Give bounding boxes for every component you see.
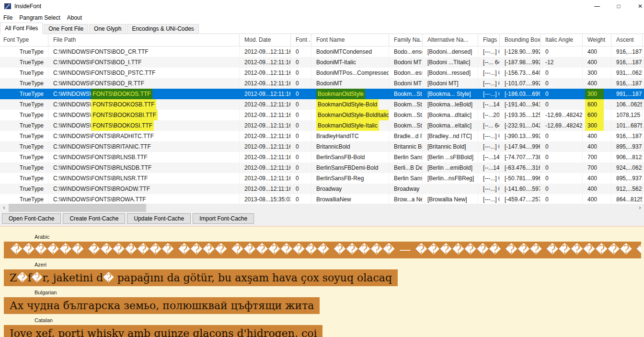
cell-weight: 300 [583, 68, 611, 78]
cell-font-type: TrueType [0, 68, 48, 78]
table-row[interactable]: TrueTypeC:\WINDOWS\FONTS\BRADHITC.TTF201… [0, 131, 644, 141]
cell-bounding-box: [-63.476....316406] [500, 163, 540, 173]
column-header-file-path[interactable]: File Path [48, 34, 240, 46]
cell-font-type: TrueType [0, 194, 48, 204]
table-row[interactable]: TrueTypeC:\WINDOWS\FONTS\BROADW.TTF2012-… [0, 184, 644, 194]
menu-item-file[interactable]: File [0, 12, 16, 23]
cell-font-name: Broadway [311, 184, 389, 194]
name-highlight: BookmanOldStyle-Bold [316, 99, 379, 110]
table-row[interactable]: TrueTypeC:\WINDOWS\FONTS\BOOKOSB.TTF2012… [0, 99, 644, 110]
column-header-ascent[interactable]: Ascent [611, 34, 643, 46]
pangram-section-azeri: AzeriZ�f�r, jaketini d� papağını da götü… [0, 261, 644, 286]
replacement-glyph: � [559, 243, 571, 256]
pangram-section-catalan: CatalanJove xef, porti whisky amb quinze… [0, 317, 644, 337]
button-open-font-cache[interactable]: Open Font-Cache [2, 213, 61, 224]
replacement-glyph: � [191, 243, 203, 256]
cell-italic-angle: 0 [540, 184, 583, 194]
maximize-button[interactable]: □ [615, 0, 622, 12]
pangram-panel: Arabic������ ������� ���� �������� �����… [0, 226, 644, 337]
table-row[interactable]: TrueTypeC:\WINDOWS\FONTS\BROWA.TTF2013-0… [0, 194, 644, 204]
close-button[interactable]: ✕ [637, 0, 644, 12]
table-row[interactable]: TrueTypeC:\WINDOWS\FONTS\BOD_CR.TTF2012-… [0, 46, 644, 57]
cell-weight: 400 [583, 131, 611, 141]
table-row[interactable]: TrueTypeC:\WINDOWS\FONTS\BRITANIC.TTF201… [0, 141, 644, 152]
button-create-font-cache[interactable]: Create Font-Cache [63, 213, 125, 224]
table-row[interactable]: TrueTypeC:\WINDOWS\FONTS\BRLNSDB.TTF2012… [0, 163, 644, 173]
column-header-font-type[interactable]: Font Type [0, 34, 48, 46]
replacement-glyph: � [231, 243, 244, 256]
name-highlight: BookmanOldStyle [316, 89, 365, 99]
cell-flags: [--... 64 [478, 120, 500, 131]
table-row[interactable]: TrueTypeC:\WINDOWS\FONTS\BOD_I.TTF2012-0… [0, 57, 644, 68]
cell-ascent: 991,...1875 [611, 89, 643, 99]
button-update-font-cache[interactable]: Update Font-Cache [127, 213, 191, 224]
replacement-glyph: � [293, 243, 305, 256]
cell-alternative-name: [Bodoni MT] [423, 78, 478, 89]
replacement-glyph: � [596, 243, 608, 256]
minimize-button[interactable]: — [594, 0, 600, 12]
column-header-alternative-na[interactable]: Alternative Na... [423, 34, 478, 46]
pangram-language-label: Arabic [34, 233, 644, 240]
replacement-glyph: � [358, 243, 371, 256]
column-header-bounding-box[interactable]: Bounding Box [500, 34, 540, 46]
replacement-glyph: � [178, 243, 191, 256]
cell-italic-angle: 0 [540, 68, 583, 78]
column-header-family-na[interactable]: Family Na... [389, 34, 423, 46]
table-header: Font TypeFile PathMod. DateFont ...Font … [0, 34, 644, 46]
cell-font-type: TrueType [0, 152, 48, 163]
cell-family-name: Britannic Bold [389, 141, 423, 152]
path-highlight: FONTS\BOOKOSB.TTF [91, 99, 156, 110]
tab-encodings-uni-codes[interactable]: Encodings & UNi-Codes [127, 24, 198, 34]
replacement-glyph: � [150, 243, 162, 256]
cell-bounding-box: [-147.94....996094] [500, 141, 540, 152]
tab-one-font-file[interactable]: One Font File [44, 24, 88, 34]
cell-weight: 400 [583, 194, 611, 204]
menu-item-pangram-select[interactable]: Pangram Select [16, 12, 63, 23]
horizontal-scrollbar[interactable]: ‹ › [0, 204, 644, 212]
column-header-weight[interactable]: Weight [583, 34, 611, 46]
table-row-selected[interactable]: TrueTypeC:\WINDOWS\FONTS\BOOKOS.TTF2012-… [0, 89, 644, 99]
path-highlight: FONTS\BOOKOSBI.TTF [91, 110, 158, 120]
tab-one-glyph[interactable]: One Glyph [89, 24, 126, 34]
cell-ascent: 916,...1875 [611, 78, 643, 89]
column-header-italic-angle[interactable]: Italic Angle [540, 34, 583, 46]
table-row[interactable]: TrueTypeC:\WINDOWS\FONTS\BOOKOSBI.TTF201… [0, 110, 644, 120]
menu-item-about[interactable]: About [64, 12, 85, 23]
table-row[interactable]: TrueTypeC:\WINDOWS\FONTS\BOD_R.TTF2012-0… [0, 78, 644, 89]
cell-family-name: Bodon...essed [389, 68, 423, 78]
table-row[interactable]: TrueTypeC:\WINDOWS\FONTS\BRLNSR.TTF2012-… [0, 173, 644, 184]
tab-all-font-files[interactable]: All Font Files [0, 23, 43, 34]
cell-family-name: Bookm...Style [389, 110, 423, 120]
column-header-font[interactable]: Font ... [291, 34, 311, 46]
cell-mod-date: 2012-09...12:11:16 [240, 68, 291, 78]
cell-font-name: BerlinSansFB-Reg [311, 173, 389, 184]
cell-alternative-name: [Britannic Bold] [423, 141, 478, 152]
replacement-glyph: � [125, 243, 138, 256]
replacement-glyph: � [138, 243, 150, 256]
scroll-left-arrow-icon[interactable]: ‹ [0, 204, 8, 212]
cell-ascent: 916,...1875 [611, 57, 643, 68]
replacement-glyph: � [101, 243, 113, 256]
scrollbar-thumb[interactable] [9, 204, 146, 212]
cell-file-path: C:\WINDOWS\FONTS\BRITANIC.TTF [48, 141, 240, 152]
cell-font-name: BradleyHandITC [311, 131, 389, 141]
cell-font-name: BerlinSansFBDemi-Bold [311, 163, 389, 173]
replacement-glyph: � [35, 243, 47, 256]
replacement-glyph: � [489, 243, 502, 256]
cell-bounding-box: [-459.47....257813] [500, 194, 540, 204]
cell-family-name: Bookm...Style [389, 89, 423, 99]
cell-weight: 700 [583, 163, 611, 173]
table-row[interactable]: TrueTypeC:\WINDOWS\FONTS\BOOKOSI.TTF2012… [0, 120, 644, 131]
column-header-font-name[interactable]: Font Name [311, 34, 389, 46]
replacement-glyph: � [17, 272, 28, 284]
scroll-right-arrow-icon[interactable]: › [636, 204, 644, 212]
table-row[interactable]: TrueTypeC:\WINDOWS\FONTS\BRLNSB.TTF2012-… [0, 152, 644, 163]
table-row[interactable]: TrueTypeC:\WINDOWS\FONTS\BOD_PSTC.TTF201… [0, 68, 644, 78]
cell-flags: [---...] 0 [478, 184, 500, 194]
replacement-glyph: � [452, 243, 465, 256]
column-header-mod-date[interactable]: Mod. Date [240, 34, 291, 46]
button-import-font-cache[interactable]: Import Font-Cache [193, 213, 254, 224]
column-header-flags[interactable]: Flags [478, 34, 500, 46]
cell-family-name: Brow...a New [389, 194, 423, 204]
cell-flags: [---...] 0 [478, 78, 500, 89]
